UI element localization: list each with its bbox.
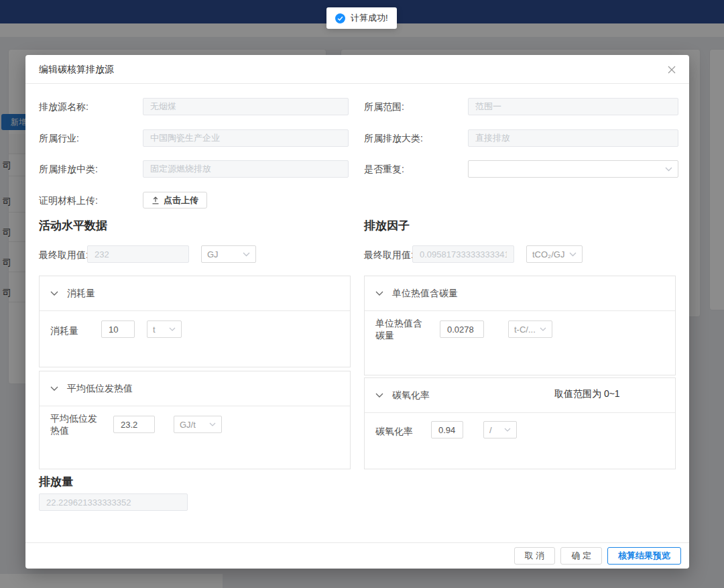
dialog-header: 编辑碳核算排放源 [25, 55, 689, 84]
close-icon[interactable] [666, 64, 677, 75]
upload-button-label: 点击上传 [164, 194, 198, 207]
industry-label: 所属行业: [39, 133, 79, 145]
heating-value-input[interactable] [113, 416, 155, 433]
source-name-label: 排放源名称: [39, 101, 88, 113]
activity-final-label: 最终取用值: [39, 249, 88, 261]
collapse-caret-icon [50, 386, 58, 392]
chevron-down-icon [504, 428, 511, 432]
select-value: GJ [207, 249, 219, 259]
select-value: t-C/... [514, 325, 536, 335]
toast-message: 计算成功! [351, 12, 388, 24]
factor-section-title: 排放因子 [364, 218, 410, 233]
heating-value-row-label: 平均低位发热值 [50, 412, 101, 436]
emission-section-title: 排放量 [39, 474, 73, 489]
panel-header[interactable]: 单位热值含碳量 [365, 276, 675, 311]
consumption-row-label: 消耗量 [50, 325, 78, 337]
activity-final-value-field [87, 245, 189, 263]
collapse-caret-icon [375, 393, 383, 398]
chevron-down-icon [169, 327, 176, 331]
factor-final-label: 最终取用值: [364, 249, 414, 261]
factor-final-value-field [412, 245, 514, 263]
scope-field [468, 98, 678, 115]
panel-header[interactable]: 平均低位发热值 [40, 371, 350, 406]
panel-title: 消耗量 [67, 288, 95, 300]
check-circle-icon [335, 13, 345, 23]
activity-section-title: 活动水平数据 [39, 218, 107, 233]
carbon-content-unit-select[interactable]: t-C/... [508, 320, 552, 338]
confirm-button[interactable]: 确 定 [560, 547, 602, 565]
select-value: / [489, 425, 492, 435]
source-name-field [143, 98, 349, 115]
chevron-down-icon [540, 327, 546, 331]
emission-major-field [468, 129, 678, 147]
panel-header[interactable]: 碳氧化率 [365, 378, 675, 413]
panel-title: 碳氧化率 [392, 390, 430, 402]
panel-title: 单位热值含碳量 [392, 288, 458, 300]
panel-header[interactable]: 消耗量 [40, 276, 350, 311]
consumption-input[interactable] [101, 320, 135, 338]
scope-label: 所属范围: [364, 101, 404, 113]
chevron-down-icon [243, 252, 250, 257]
result-preview-button[interactable]: 核算结果预览 [607, 547, 681, 565]
carbon-content-row-label: 单位热值含碳量 [375, 317, 426, 341]
consumption-panel: 消耗量 消耗量 t [39, 276, 351, 367]
success-toast: 计算成功! [326, 7, 397, 29]
collapse-caret-icon [375, 291, 383, 296]
value-range-hint: 取值范围为 0~1 [554, 388, 620, 400]
upload-label: 证明材料上传: [39, 195, 98, 207]
cancel-button[interactable]: 取 消 [514, 547, 556, 565]
is-duplicate-select[interactable] [468, 160, 678, 178]
chevron-down-icon [665, 167, 672, 172]
factor-final-unit-select[interactable]: tCO₂/GJ [526, 245, 583, 263]
collapse-caret-icon [50, 291, 58, 296]
oxidation-rate-row-label: 碳氧化率 [375, 425, 413, 437]
emission-major-label: 所属排放大类: [364, 133, 423, 145]
edit-emission-source-dialog: 编辑碳核算排放源 排放源名称: 所属范围: 所属行业: 所属排放大类: 所属排放… [25, 55, 689, 569]
select-value: tCO₂/GJ [532, 249, 564, 259]
oxidation-rate-panel: 碳氧化率 取值范围为 0~1 碳氧化率 / [364, 377, 676, 469]
carbon-content-input[interactable] [440, 320, 484, 338]
is-duplicate-label: 是否重复: [364, 164, 404, 176]
panel-title: 平均低位发热值 [67, 383, 133, 395]
emission-result-field [39, 493, 188, 511]
dialog-footer: 取 消 确 定 核算结果预览 [25, 542, 689, 569]
heating-value-unit-select[interactable]: GJ/t [174, 416, 222, 433]
industry-field [143, 129, 349, 147]
select-value: GJ/t [180, 420, 196, 430]
carbon-content-panel: 单位热值含碳量 单位热值含碳量 t-C/... [364, 276, 676, 375]
upload-button[interactable]: 点击上传 [143, 192, 207, 209]
heating-value-panel: 平均低位发热值 平均低位发热值 GJ/t [39, 371, 351, 469]
activity-final-unit-select[interactable]: GJ [201, 245, 256, 263]
upload-icon [152, 196, 160, 204]
consumption-unit-select[interactable]: t [147, 320, 182, 338]
app-root: 新增 司 司 司 司 司 计算成功! 编辑碳核算排放源 排放源名称: 所属范围:… [0, 0, 724, 588]
oxidation-rate-input[interactable] [431, 421, 463, 438]
dialog-title: 编辑碳核算排放源 [39, 55, 114, 84]
emission-mid-label: 所属排放中类: [39, 164, 98, 176]
chevron-down-icon [569, 252, 577, 257]
oxidation-rate-unit-select[interactable]: / [483, 421, 517, 438]
select-value: t [153, 325, 156, 335]
emission-mid-field [143, 160, 349, 178]
chevron-down-icon [209, 422, 216, 426]
